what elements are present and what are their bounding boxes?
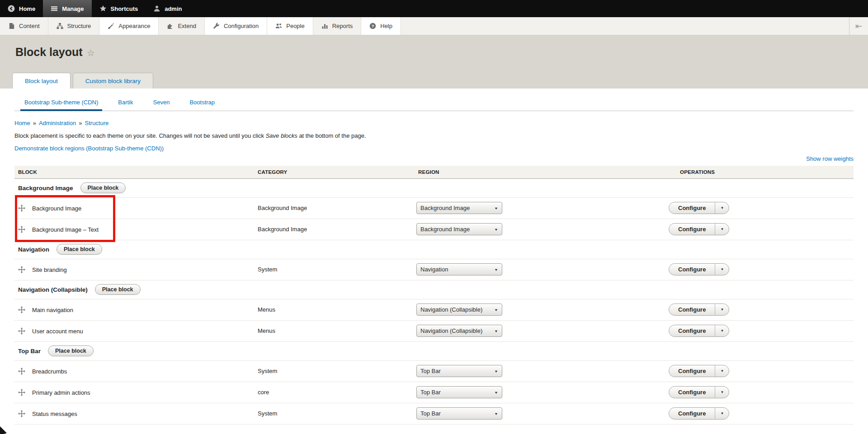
toolbar-items: HomeManageShortcutsadmin [0, 0, 190, 17]
region-select-value: Background Image [420, 205, 494, 211]
description-text: Block placement is specific to each them… [14, 132, 266, 139]
section-header-row: Background ImagePlace block [14, 178, 854, 197]
configure-dropdown-toggle[interactable]: ▼ [715, 264, 729, 275]
configure-dropdown-toggle[interactable]: ▼ [715, 325, 729, 336]
configure-button[interactable]: Configure▼ [669, 263, 729, 275]
toolbar-item-admin[interactable]: admin [146, 0, 189, 17]
region-select[interactable]: Navigation▼ [416, 263, 502, 275]
toolbar-item-shortcuts[interactable]: Shortcuts [92, 0, 146, 17]
breadcrumb-separator: » [33, 120, 36, 126]
column-header-region: Region [415, 166, 665, 178]
theme-tab-bartik[interactable]: Bartik [114, 95, 137, 111]
place-block-button[interactable]: Place block [80, 182, 126, 193]
section-header-row: NavigationPlace block [14, 240, 854, 259]
block-name: Site branding [32, 266, 67, 273]
configure-label: Configure [669, 387, 715, 398]
admin-menu-items: ContentStructureAppearanceExtendConfigur… [0, 17, 401, 35]
region-select[interactable]: Background Image▼ [416, 223, 502, 235]
theme-tab-bootstrap[interactable]: Bootstrap [185, 95, 219, 111]
theme-tab-bootstrap-sub-theme-cdn[interactable]: Bootstrap Sub-theme (CDN) [20, 95, 102, 111]
drag-handle-icon[interactable] [18, 327, 25, 335]
region-select[interactable]: Navigation (Collapsible)▼ [416, 325, 502, 337]
primary-tabs: Block layoutCustom block library [12, 73, 156, 89]
region-select[interactable]: Top Bar▼ [416, 407, 502, 420]
admin-menu-tray: ContentStructureAppearanceExtendConfigur… [0, 17, 868, 35]
region-select-value: Navigation (Collapsible) [420, 327, 494, 334]
drag-handle-icon[interactable] [18, 226, 25, 233]
configure-label: Configure [669, 325, 715, 336]
block-name: Breadcrumbs [32, 368, 67, 375]
region-select[interactable]: Navigation (Collapsible)▼ [416, 303, 502, 316]
block-category: Background Image [254, 197, 415, 219]
admin-menu-item-configuration[interactable]: Configuration [205, 17, 267, 35]
configure-dropdown-toggle[interactable]: ▼ [715, 365, 729, 377]
configure-dropdown-toggle[interactable]: ▼ [715, 408, 729, 419]
drag-handle-icon[interactable] [18, 205, 25, 212]
admin-menu-item-help[interactable]: ?Help [361, 17, 401, 35]
block-category: Menus [254, 320, 415, 341]
block-category: Background Image [254, 219, 415, 240]
tab-block-layout[interactable]: Block layout [12, 73, 71, 89]
page-description: Block placement is specific to each them… [14, 132, 854, 139]
breadcrumb-link-home[interactable]: Home [14, 120, 30, 126]
drag-handle-icon[interactable] [18, 266, 25, 273]
drag-handle-icon[interactable] [18, 306, 25, 313]
favorite-star-icon[interactable]: ☆ [87, 48, 95, 58]
admin-menu-item-people[interactable]: People [267, 17, 313, 35]
theme-tab-seven[interactable]: Seven [149, 95, 174, 111]
section-header-row: Navigation (Collapsible)Place block [14, 280, 854, 299]
configure-label: Configure [669, 264, 715, 275]
back-arrow-icon [8, 5, 15, 12]
admin-menu-item-content[interactable]: Content [0, 17, 48, 35]
configure-button[interactable]: Configure▼ [669, 365, 729, 377]
drag-handle-icon[interactable] [18, 389, 25, 396]
admin-menu-item-label: Configuration [224, 23, 259, 29]
configure-label: Configure [669, 365, 715, 377]
sitemap-icon [57, 23, 63, 29]
breadcrumb-link-structure[interactable]: Structure [85, 120, 109, 126]
breadcrumb-link-administration[interactable]: Administration [39, 120, 76, 126]
toolbar-item-label: Shortcuts [111, 5, 138, 12]
configure-button[interactable]: Configure▼ [669, 386, 729, 398]
toolbar-item-home[interactable]: Home [0, 0, 43, 17]
place-block-button[interactable]: Place block [48, 345, 94, 356]
description-italic: Save blocks [266, 132, 297, 139]
tab-custom-block-library[interactable]: Custom block library [73, 73, 153, 89]
configure-button[interactable]: Configure▼ [669, 407, 729, 420]
toolbar-item-manage[interactable]: Manage [43, 0, 91, 17]
drag-handle-icon[interactable] [18, 410, 25, 417]
configure-button[interactable]: Configure▼ [669, 325, 729, 337]
block-name: Background Image [32, 205, 81, 212]
configure-button[interactable]: Configure▼ [669, 303, 729, 316]
toggle-orientation-icon[interactable]: ⇤ [855, 22, 862, 30]
configure-dropdown-toggle[interactable]: ▼ [715, 387, 729, 398]
drag-handle-icon[interactable] [18, 368, 25, 375]
admin-menu-item-reports[interactable]: Reports [313, 17, 362, 35]
region-select[interactable]: Top Bar▼ [416, 365, 502, 377]
admin-toolbar: HomeManageShortcutsadmin [0, 0, 868, 17]
show-row-weights-link[interactable]: Show row weights [806, 155, 854, 162]
configure-button[interactable]: Configure▼ [669, 223, 729, 235]
admin-menu-item-structure[interactable]: Structure [48, 17, 100, 35]
region-select-value: Top Bar [420, 389, 494, 396]
region-select[interactable]: Background Image▼ [416, 202, 502, 214]
block-category: System [254, 360, 415, 382]
block-name: Background Image – Text [32, 226, 99, 233]
user-icon [153, 5, 160, 12]
configure-button[interactable]: Configure▼ [669, 202, 729, 214]
table-row: Site brandingSystemNavigation▼Configure▼ [14, 259, 854, 280]
configure-dropdown-toggle[interactable]: ▼ [715, 224, 729, 235]
region-select[interactable]: Top Bar▼ [416, 386, 502, 398]
configure-dropdown-toggle[interactable]: ▼ [715, 202, 729, 214]
admin-menu-item-label: Content [19, 23, 40, 29]
admin-menu-item-extend[interactable]: Extend [159, 17, 204, 35]
admin-menu-item-appearance[interactable]: Appearance [99, 17, 159, 35]
admin-menu-item-label: Reports [332, 23, 353, 29]
region-section-title: Navigation [18, 246, 49, 253]
demonstrate-block-regions-link[interactable]: Demonstrate block regions (Bootstrap Sub… [14, 145, 164, 152]
place-block-button[interactable]: Place block [57, 244, 102, 255]
admin-menu-item-label: People [286, 23, 304, 29]
star-icon [99, 5, 107, 12]
place-block-button[interactable]: Place block [95, 284, 141, 295]
configure-dropdown-toggle[interactable]: ▼ [715, 304, 729, 315]
